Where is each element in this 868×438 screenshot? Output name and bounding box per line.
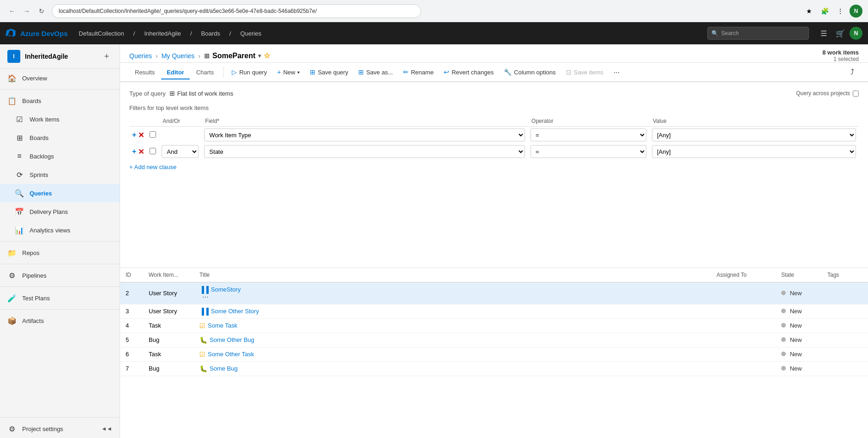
- save-items-button[interactable]: ⊡ Save items: [561, 66, 608, 78]
- user-avatar[interactable]: N: [850, 27, 862, 40]
- work-item-link[interactable]: ☑ Some Task: [199, 322, 705, 329]
- filter-row-2-value-select[interactable]: [Any] New Active Closed: [652, 145, 856, 158]
- breadcrumb-item-3[interactable]: Queries: [236, 28, 265, 39]
- new-icon: +: [277, 68, 281, 76]
- shopping-icon[interactable]: 🛒: [833, 26, 848, 41]
- forward-button[interactable]: →: [20, 5, 33, 18]
- bookmark-icon[interactable]: ★: [802, 5, 815, 18]
- col-tags[interactable]: Tags: [822, 268, 868, 282]
- filter-row-1-add[interactable]: +: [132, 131, 136, 139]
- table-row[interactable]: 4 Task ☑ Some Task New: [120, 318, 868, 333]
- filter-row-1-value-select[interactable]: [Any] User Story Task Bug: [652, 128, 856, 141]
- filter-row-1-remove[interactable]: ✕: [138, 131, 144, 140]
- filter-row-1-checkbox[interactable]: [150, 131, 156, 138]
- table-row[interactable]: 6 Task ☑ Some Other Task New: [120, 347, 868, 361]
- col-id[interactable]: ID: [120, 268, 143, 282]
- col-state[interactable]: State: [776, 268, 822, 282]
- column-options-button[interactable]: 🔧 Column options: [499, 66, 560, 78]
- breadcrumb-item-0[interactable]: DefaultCollection: [75, 28, 128, 39]
- user-avatar-browser[interactable]: N: [850, 5, 862, 18]
- sidebar-item-label-sprints: Sprints: [30, 171, 112, 178]
- menu-icon[interactable]: ☰: [816, 26, 831, 41]
- sidebar-item-pipelines[interactable]: ⚙ Pipelines: [0, 266, 120, 285]
- sidebar-item-test-plans[interactable]: 🧪 Test Plans: [0, 289, 120, 307]
- filter-row-2-operator-select[interactable]: = != In: [530, 145, 646, 158]
- query-star-icon[interactable]: ☆: [264, 51, 270, 60]
- table-row[interactable]: 2 User Story ▐▐ SomeStory ⋯ New: [120, 282, 868, 304]
- filter-row-2-andor-select[interactable]: And Or: [162, 145, 199, 158]
- sidebar-item-analytics-views[interactable]: 📊 Analytics views: [0, 221, 120, 239]
- new-button[interactable]: + New ▾: [272, 66, 304, 78]
- sidebar-item-backlogs[interactable]: ≡ Backlogs: [0, 147, 120, 165]
- cell-type: Task: [143, 318, 194, 333]
- tab-charts[interactable]: Charts: [191, 66, 219, 79]
- expand-button[interactable]: ⤴: [846, 66, 859, 79]
- header-search[interactable]: 🔍 Search: [707, 27, 809, 40]
- sidebar-item-boards-section[interactable]: 📋 Boards: [0, 91, 120, 110]
- tab-editor[interactable]: Editor: [161, 66, 190, 79]
- sidebar-item-queries[interactable]: 🔍 Queries: [0, 184, 120, 202]
- rename-button[interactable]: ✏ Rename: [398, 66, 438, 78]
- collapse-icon[interactable]: ◄◄: [101, 426, 112, 432]
- filter-row-1-field-select[interactable]: Work Item Type State Title Assigned To: [204, 128, 525, 141]
- cell-tags: [822, 304, 868, 318]
- sidebar-item-overview[interactable]: 🏠 Overview: [0, 69, 120, 87]
- extension-icon[interactable]: 🧩: [818, 5, 831, 18]
- row-actions[interactable]: ⋯: [199, 292, 211, 302]
- breadcrumb-my-queries[interactable]: My Queries: [162, 52, 195, 60]
- query-type-value[interactable]: ⊞ Flat list of work items: [169, 90, 233, 97]
- sidebar-item-boards[interactable]: ⊞ Boards: [0, 128, 120, 147]
- breadcrumb-item-2[interactable]: Boards: [198, 28, 224, 39]
- back-button[interactable]: ←: [6, 5, 18, 18]
- settings-icon[interactable]: ⋮: [834, 5, 847, 18]
- col-assigned-to[interactable]: Assigned To: [711, 268, 776, 282]
- work-item-link[interactable]: ▐▐ Some Other Story: [199, 308, 705, 315]
- app-logo[interactable]: Azure DevOps: [6, 28, 68, 39]
- table-row[interactable]: 5 Bug 🐛 Some Other Bug New: [120, 333, 868, 347]
- filter-row-2-remove[interactable]: ✕: [138, 147, 144, 156]
- sidebar-item-sprints[interactable]: ⟳ Sprints: [0, 165, 120, 184]
- filter-row-2-add[interactable]: +: [132, 147, 136, 156]
- col-work-item-type[interactable]: Work Item...: [143, 268, 194, 282]
- sidebar-item-repos[interactable]: 📁 Repos: [0, 243, 120, 262]
- add-clause-button[interactable]: + Add new clause: [129, 160, 859, 174]
- filter-row-1-operator-select[interactable]: = != In: [530, 128, 646, 141]
- work-item-link[interactable]: ☑ Some Other Task: [199, 351, 705, 358]
- sidebar-item-delivery-plans[interactable]: 📅 Delivery Plans: [0, 202, 120, 221]
- query-header: Queries › My Queries › ⊞ SomeParent ▾ ☆ …: [120, 44, 868, 63]
- filter-row-1: + ✕: [129, 127, 859, 144]
- work-item-link[interactable]: ▐▐ SomeStory: [199, 286, 705, 293]
- breadcrumb-queries[interactable]: Queries: [129, 52, 152, 60]
- query-across-checkbox[interactable]: [853, 91, 859, 97]
- add-project-button[interactable]: +: [101, 51, 112, 62]
- table-row[interactable]: 3 User Story ▐▐ Some Other Story New: [120, 304, 868, 318]
- column-options-label: Column options: [514, 69, 555, 76]
- filter-row-2-field-select[interactable]: State Work Item Type Title: [204, 145, 525, 158]
- browser-nav: ← → ↻: [6, 5, 48, 18]
- filter-col-actions: [129, 116, 147, 127]
- breadcrumb-item-1[interactable]: InheritedAgile: [140, 28, 185, 39]
- filter-row-2-checkbox[interactable]: [150, 148, 156, 154]
- sidebar-item-label-work-items: Work items: [30, 116, 112, 123]
- save-query-button[interactable]: ⊞ Save query: [305, 66, 353, 78]
- query-dropdown-icon[interactable]: ▾: [258, 53, 261, 59]
- tab-results[interactable]: Results: [129, 66, 160, 79]
- save-as-button[interactable]: ⊞ Save as...: [354, 66, 398, 78]
- col-title[interactable]: Title: [194, 268, 711, 282]
- cell-title: 🐛 Some Other Bug: [194, 333, 711, 347]
- refresh-button[interactable]: ↻: [35, 5, 48, 18]
- revert-changes-button[interactable]: ↩ Revert changes: [439, 66, 498, 78]
- run-query-button[interactable]: ▷ Run query: [227, 66, 271, 78]
- more-button[interactable]: ⋯: [609, 67, 624, 78]
- browser-bar: ← → ↻ localhost/DefaultCollection/Inheri…: [0, 0, 868, 22]
- sidebar-item-work-items[interactable]: ☑ Work items: [0, 110, 120, 128]
- work-item-link[interactable]: 🐛 Some Bug: [199, 365, 705, 372]
- address-bar[interactable]: localhost/DefaultCollection/InheritedAgi…: [52, 4, 421, 18]
- work-item-link[interactable]: 🐛 Some Other Bug: [199, 336, 705, 344]
- run-query-icon: ▷: [232, 68, 237, 76]
- sidebar-item-project-settings[interactable]: ⚙ Project settings ◄◄: [0, 420, 120, 438]
- table-row[interactable]: 7 Bug 🐛 Some Bug New: [120, 361, 868, 376]
- filter-col-andor: And/Or: [159, 116, 201, 127]
- sidebar-item-artifacts[interactable]: 📦 Artifacts: [0, 311, 120, 330]
- save-query-label: Save query: [318, 69, 348, 76]
